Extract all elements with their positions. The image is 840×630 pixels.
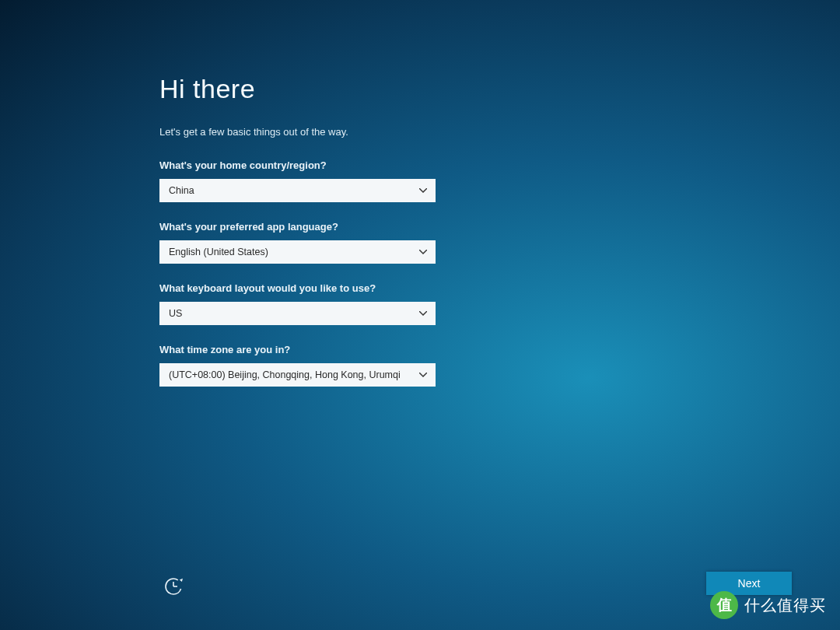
- country-dropdown[interactable]: China: [159, 179, 436, 202]
- keyboard-label: What keyboard layout would you like to u…: [159, 282, 447, 294]
- chevron-down-icon: [418, 309, 428, 318]
- language-value: English (United States): [169, 247, 268, 257]
- setup-content: Hi there Let's get a few basic things ou…: [159, 74, 447, 405]
- keyboard-field-group: What keyboard layout would you like to u…: [159, 282, 447, 325]
- chevron-down-icon: [418, 186, 428, 195]
- timezone-value: (UTC+08:00) Beijing, Chongqing, Hong Kon…: [169, 369, 401, 380]
- language-field-group: What's your preferred app language? Engl…: [159, 221, 447, 264]
- language-label: What's your preferred app language?: [159, 221, 447, 233]
- keyboard-dropdown[interactable]: US: [159, 302, 436, 325]
- timezone-dropdown[interactable]: (UTC+08:00) Beijing, Chongqing, Hong Kon…: [159, 363, 436, 387]
- watermark: 值 什么值得买: [710, 591, 826, 619]
- page-heading: Hi there: [159, 74, 447, 104]
- country-field-group: What's your home country/region? China: [159, 159, 447, 202]
- timezone-label: What time zone are you in?: [159, 344, 447, 355]
- chevron-down-icon: [418, 247, 428, 257]
- watermark-text: 什么值得买: [744, 595, 826, 616]
- page-subheading: Let's get a few basic things out of the …: [159, 126, 447, 138]
- ease-of-access-icon: [164, 576, 184, 597]
- keyboard-value: US: [169, 308, 182, 319]
- language-dropdown[interactable]: English (United States): [159, 240, 436, 264]
- chevron-down-icon: [418, 370, 428, 380]
- ease-of-access-button[interactable]: [163, 576, 185, 597]
- timezone-field-group: What time zone are you in? (UTC+08:00) B…: [159, 344, 447, 387]
- country-value: China: [169, 185, 194, 196]
- country-label: What's your home country/region?: [159, 159, 447, 171]
- watermark-badge: 值: [710, 591, 738, 619]
